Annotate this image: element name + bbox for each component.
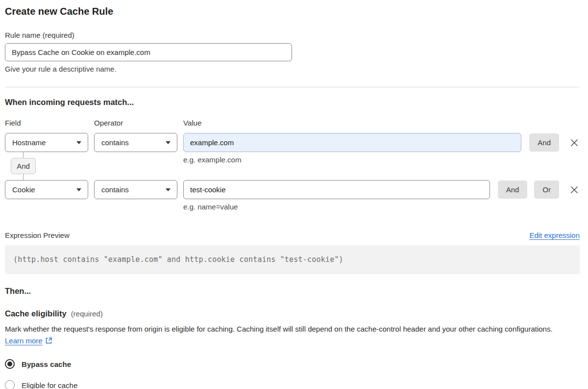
description-text: Mark whether the request's response from… xyxy=(5,325,553,333)
operator-select-row1[interactable]: contains xyxy=(94,133,177,152)
radio-selected-icon xyxy=(5,359,15,369)
rule-name-label: Rule name (required) xyxy=(5,31,580,39)
value-column-label: Value xyxy=(183,119,201,127)
operator-select-row1-value: contains xyxy=(101,138,129,147)
value-hint-row1: e.g. example.com xyxy=(183,156,241,164)
radio-unselected-icon xyxy=(5,380,15,389)
or-button-row2[interactable]: Or xyxy=(534,181,559,199)
external-link-icon xyxy=(45,336,52,348)
field-select-row2-value: Cookie xyxy=(12,185,35,194)
value-input-row1[interactable] xyxy=(183,133,521,152)
value-input-row2[interactable] xyxy=(183,180,490,199)
learn-more-link[interactable]: Learn more xyxy=(5,337,43,345)
page-title: Create new Cache Rule xyxy=(5,5,580,18)
edit-expression-link[interactable]: Edit expression xyxy=(529,231,580,239)
cache-eligibility-heading: Cache eligibility xyxy=(5,309,67,318)
operator-select-row2[interactable]: contains xyxy=(94,180,177,199)
remove-row1-button[interactable] xyxy=(569,137,580,148)
required-tag: (required) xyxy=(71,310,103,318)
chevron-down-icon xyxy=(76,141,81,144)
radio-option-bypass-cache[interactable]: Bypass cache xyxy=(5,359,580,369)
then-heading: Then... xyxy=(5,286,580,296)
rule-name-input[interactable] xyxy=(5,43,292,61)
connector-line-bottom xyxy=(23,174,24,180)
radio-label: Eligible for cache xyxy=(22,381,77,389)
field-select-row1-value: Hostname xyxy=(12,138,46,147)
connector-zone: And e.g. example.com xyxy=(5,152,580,180)
condition-row-2: Cookie contains And Or xyxy=(5,180,580,199)
field-column-label: Field xyxy=(5,119,88,127)
condition-row-1: Hostname contains And xyxy=(5,133,580,152)
condition-column-headers: Field Operator Value xyxy=(5,119,580,127)
chevron-down-icon xyxy=(166,188,171,191)
field-select-row2[interactable]: Cookie xyxy=(5,180,88,199)
expression-code: (http.host contains "example.com" and ht… xyxy=(13,255,343,264)
match-section-heading: When incoming requests match... xyxy=(5,98,580,107)
expression-preview-header: Expression Preview Edit expression xyxy=(5,231,580,239)
field-select-row1[interactable]: Hostname xyxy=(5,133,88,152)
close-icon xyxy=(570,185,579,194)
rule-name-hint: Give your rule a descriptive name. xyxy=(5,65,580,73)
chevron-down-icon xyxy=(76,188,81,191)
value-hint-row2: e.g. name=value xyxy=(183,203,580,211)
connector-line-top xyxy=(23,152,24,158)
radio-label: Bypass cache xyxy=(22,360,71,368)
expression-code-block: (http.host contains "example.com" and ht… xyxy=(5,245,580,274)
close-icon xyxy=(570,138,579,147)
cache-eligibility-heading-row: Cache eligibility (required) xyxy=(5,309,580,318)
section-divider xyxy=(5,87,580,87)
expression-preview-label: Expression Preview xyxy=(5,231,70,239)
and-connector-button[interactable]: And xyxy=(11,158,36,174)
and-button-row2[interactable]: And xyxy=(498,181,528,199)
and-button-row1[interactable]: And xyxy=(529,133,559,152)
cache-eligibility-description: Mark whether the request's response from… xyxy=(5,323,573,348)
radio-option-eligible-for-cache[interactable]: Eligible for cache xyxy=(5,380,580,389)
chevron-down-icon xyxy=(166,141,171,144)
operator-select-row2-value: contains xyxy=(101,185,129,194)
remove-row2-button[interactable] xyxy=(569,184,580,195)
operator-column-label: Operator xyxy=(94,119,177,127)
